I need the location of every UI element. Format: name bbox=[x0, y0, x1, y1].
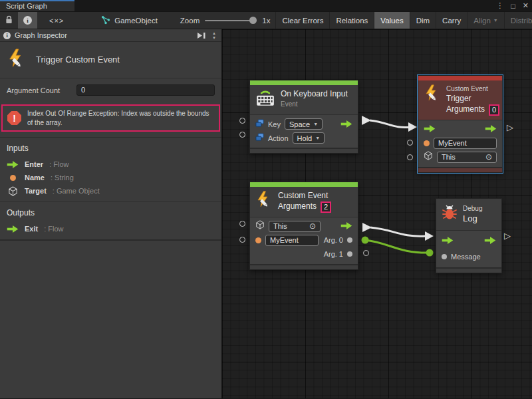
node-custom-event[interactable]: Custom Event Arguments 2 This ⊙ bbox=[249, 182, 358, 270]
error-message-box: ! Index Out Of Range Exception: Index wa… bbox=[1, 104, 220, 132]
zoom-slider[interactable] bbox=[205, 20, 257, 21]
maximize-icon[interactable]: □ bbox=[511, 2, 515, 10]
distribute-button[interactable]: Distribute▼ bbox=[504, 12, 532, 29]
arg0-label: Arg. 0 bbox=[324, 236, 343, 244]
tab-script-graph[interactable]: Script Graph bbox=[0, 0, 74, 11]
custom-event-icon bbox=[255, 191, 273, 211]
target-picker-icon[interactable]: ⊙ bbox=[485, 152, 492, 162]
chevron-down-icon: ▼ bbox=[315, 136, 320, 140]
argument-count-row: Argument Count 0 bbox=[0, 78, 221, 100]
values-button[interactable]: Values bbox=[374, 12, 409, 29]
string-dot-icon bbox=[7, 175, 19, 181]
action-label: Action bbox=[268, 134, 289, 142]
receiver-name-ext-port[interactable] bbox=[239, 237, 245, 243]
arg1-label: Arg. 1 bbox=[324, 250, 343, 258]
carry-button[interactable]: Carry bbox=[436, 12, 467, 29]
key-label: Key bbox=[268, 120, 281, 128]
node-on-keyboard-input[interactable]: On Keyboard Input Event Key Space ▼ bbox=[249, 80, 358, 154]
flow-arrow-icon bbox=[7, 225, 19, 233]
string-port-icon[interactable] bbox=[255, 237, 261, 243]
node-status-bar bbox=[250, 182, 358, 187]
flow-output-port[interactable] bbox=[485, 123, 497, 135]
flow-input-port[interactable] bbox=[424, 123, 436, 135]
string-port-icon[interactable] bbox=[424, 140, 430, 146]
node-title-line1: Trigger bbox=[446, 94, 499, 104]
receiver-target-ext-port[interactable] bbox=[239, 221, 245, 227]
flow-input-port[interactable] bbox=[442, 235, 454, 247]
keycode-icon bbox=[255, 118, 264, 130]
inspector-toggle-button[interactable]: i bbox=[18, 12, 37, 29]
node-footer bbox=[250, 148, 358, 153]
action-dropdown[interactable]: Hold ▼ bbox=[293, 132, 325, 144]
chevron-down-icon: ▼ bbox=[313, 122, 318, 126]
arg1-output-port[interactable] bbox=[347, 251, 352, 257]
keyboard-key-ext-port[interactable] bbox=[239, 118, 245, 124]
dock-panel-icon[interactable] bbox=[197, 32, 206, 39]
target-dropdown[interactable]: This ⊙ bbox=[269, 221, 321, 232]
align-button[interactable]: Align▼ bbox=[467, 12, 504, 29]
arguments-count-badge[interactable]: 0 bbox=[489, 104, 499, 116]
arg0-output-port[interactable] bbox=[347, 237, 352, 243]
lock-icon bbox=[5, 15, 13, 25]
tab-title: Script Graph bbox=[6, 2, 47, 10]
cube-icon bbox=[7, 186, 19, 196]
node-footer bbox=[418, 167, 502, 172]
cube-icon[interactable] bbox=[424, 151, 433, 163]
node-status-bar bbox=[250, 80, 358, 85]
node-footer bbox=[436, 267, 501, 273]
relations-button[interactable]: Relations bbox=[329, 12, 374, 29]
inputs-title: Inputs bbox=[0, 138, 221, 158]
dim-button[interactable]: Dim bbox=[410, 12, 436, 29]
chevron-up-icon: ▲ bbox=[212, 31, 216, 35]
keycode-icon bbox=[255, 132, 264, 144]
message-input-port[interactable] bbox=[442, 254, 447, 259]
panel-spinner[interactable]: ▲ ▼ bbox=[210, 31, 218, 40]
node-title: On Keyboard Input bbox=[281, 89, 348, 100]
node-debug-log[interactable]: Debug Log Message bbox=[436, 198, 502, 273]
trigger-name-ext-port[interactable] bbox=[407, 140, 413, 146]
message-label: Message bbox=[451, 253, 481, 261]
receiver-arg1-ext-port[interactable] bbox=[363, 250, 369, 256]
trigger-continue-icon[interactable]: ▷ bbox=[507, 123, 513, 132]
flow-output-port[interactable] bbox=[340, 118, 352, 130]
arguments-count-badge[interactable]: 2 bbox=[321, 201, 331, 213]
cube-icon[interactable] bbox=[255, 220, 265, 232]
flow-output-port[interactable] bbox=[340, 220, 352, 232]
event-name-input[interactable]: MyEvent bbox=[434, 138, 497, 149]
code-view-button[interactable]: <×> bbox=[37, 12, 76, 29]
chevron-down-icon: ▼ bbox=[212, 36, 216, 40]
keyboard-action-ext-port[interactable] bbox=[239, 132, 245, 138]
close-icon[interactable]: ✕ bbox=[523, 1, 529, 10]
argument-count-label: Argument Count bbox=[7, 86, 76, 94]
flow-output-port[interactable] bbox=[484, 235, 496, 247]
outputs-section: Outputs Exit : Flow bbox=[0, 201, 221, 239]
error-message: Index Out Of Range Exception: Index was … bbox=[27, 109, 214, 127]
zoom-slider-handle[interactable] bbox=[249, 17, 257, 24]
node-trigger-custom-event[interactable]: Custom Event Trigger Arguments 0 bbox=[418, 75, 503, 173]
trigger-target-ext-port[interactable] bbox=[407, 154, 413, 160]
clear-errors-button[interactable]: Clear Errors bbox=[275, 12, 329, 29]
key-dropdown[interactable]: Space ▼ bbox=[285, 118, 323, 130]
custom-event-icon bbox=[424, 84, 441, 104]
port-row-exit: Exit : Flow bbox=[0, 222, 221, 235]
port-row-name: Name : String bbox=[0, 171, 221, 184]
inspector-header: i Graph Inspector ▲ ▼ bbox=[0, 29, 221, 42]
target-dropdown[interactable]: This ⊙ bbox=[437, 152, 497, 163]
gameobject-reference[interactable]: GameObject bbox=[94, 12, 164, 29]
debug-continue-icon[interactable]: ▷ bbox=[504, 231, 511, 240]
node-kind: Custom Event bbox=[278, 191, 331, 201]
menu-icon[interactable]: ⋮ bbox=[496, 1, 503, 10]
argument-count-input[interactable]: 0 bbox=[76, 84, 215, 96]
inputs-section: Inputs Enter : Flow Name : String Target… bbox=[0, 137, 221, 201]
wire-arg0-to-message bbox=[362, 237, 434, 257]
keyboard-icon bbox=[255, 89, 275, 110]
node-kind: Custom Event bbox=[446, 84, 499, 94]
graph-canvas[interactable]: On Keyboard Input Event Key Space ▼ bbox=[222, 29, 532, 398]
gameobject-label: GameObject bbox=[114, 17, 158, 25]
event-name-input[interactable]: MyEvent bbox=[265, 235, 319, 246]
info-icon: i bbox=[23, 16, 32, 25]
node-title: Log bbox=[463, 213, 482, 225]
target-picker-icon[interactable]: ⊙ bbox=[309, 221, 316, 231]
script-graph-window: Script Graph ⋮ □ ✕ i <×> GameObject Zoom bbox=[0, 0, 532, 399]
lock-button[interactable] bbox=[0, 12, 18, 29]
